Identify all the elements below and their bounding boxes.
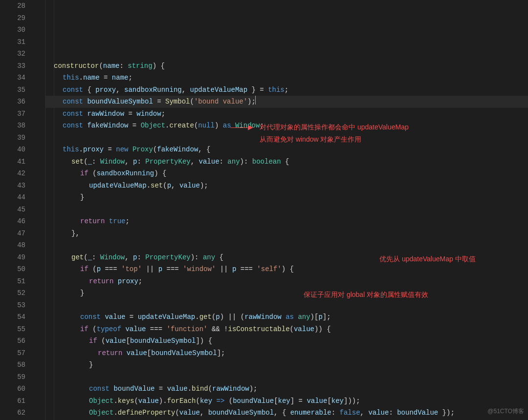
code-line[interactable]: }, <box>45 228 528 240</box>
line-number: 45 <box>0 204 25 216</box>
line-number: 48 <box>0 239 25 252</box>
line-number: 33 <box>0 60 25 72</box>
annotation-1-line2: 从而避免对 window 对象产生作用 <box>260 133 361 146</box>
code-line[interactable] <box>45 204 528 216</box>
code-line[interactable]: Object.defineProperty(value, boundValueS… <box>45 407 528 419</box>
code-line[interactable]: if (p === 'top' || p === 'window' || p =… <box>45 263 528 275</box>
code-line[interactable]: return true; <box>45 215 528 228</box>
line-number: 62 <box>0 407 25 419</box>
line-number: 41 <box>0 156 25 168</box>
line-number: 30 <box>0 24 25 36</box>
line-number: 39 <box>0 132 25 144</box>
line-number: 50 <box>0 263 25 275</box>
code-line[interactable]: const rawWindow = window; <box>45 108 528 120</box>
line-number: 60 <box>0 383 25 395</box>
line-number: 55 <box>0 323 25 336</box>
line-number: 46 <box>0 215 25 228</box>
line-number: 59 <box>0 371 25 383</box>
code-line[interactable]: } <box>45 287 528 299</box>
annotation-3: 保证子应用对 global 对象的属性赋值有效 <box>304 289 428 301</box>
code-line[interactable]: } <box>45 359 528 371</box>
code-line[interactable]: if (typeof value === 'function' && !isCo… <box>45 323 528 336</box>
line-number: 28 <box>0 0 25 12</box>
line-number: 31 <box>0 36 25 48</box>
line-number: 61 <box>0 395 25 407</box>
annotation-1-line1: 对代理对象的属性操作都会命中 updateValueMap <box>260 121 409 133</box>
line-number: 51 <box>0 275 25 288</box>
line-number: 43 <box>0 180 25 192</box>
line-number: 58 <box>0 359 25 371</box>
line-number: 36 <box>0 96 25 108</box>
code-line[interactable] <box>45 371 528 383</box>
line-number: 52 <box>0 287 25 299</box>
line-number: 53 <box>0 299 25 312</box>
line-number: 56 <box>0 335 25 347</box>
code-line[interactable]: const value = updateValueMap.get(p) || (… <box>45 311 528 323</box>
annotation-2: 优先从 updateValueMap 中取值 <box>379 253 476 265</box>
code-line[interactable]: const boundValueSymbol = Symbol('bound v… <box>45 96 528 108</box>
line-gutter: 2829303132333435363738394041424344454647… <box>0 0 33 420</box>
code-line[interactable]: return proxy; <box>45 275 528 288</box>
annotation-arrow-icon: ———▶ <box>230 121 252 133</box>
line-number: 38 <box>0 120 25 132</box>
line-number: 57 <box>0 347 25 359</box>
code-line[interactable]: return value[boundValueSymbol]; <box>45 347 528 359</box>
code-line[interactable]: if (value[boundValueSymbol]) { <box>45 335 528 347</box>
code-line[interactable]: this.proxy = new Proxy(fakeWindow, { <box>45 144 528 156</box>
code-line[interactable]: if (sandboxRunning) { <box>45 168 528 180</box>
line-number: 37 <box>0 108 25 120</box>
line-number: 35 <box>0 84 25 96</box>
fold-column <box>33 0 42 420</box>
code-editor[interactable]: 2829303132333435363738394041424344454647… <box>0 0 528 420</box>
line-number: 49 <box>0 252 25 264</box>
line-number: 40 <box>0 144 25 156</box>
code-line[interactable]: const { proxy, sandboxRunning, updateVal… <box>45 84 528 96</box>
line-number: 54 <box>0 311 25 323</box>
code-area[interactable]: constructor(name: string) {this.name = n… <box>42 0 528 420</box>
line-number: 42 <box>0 168 25 180</box>
code-line[interactable]: constructor(name: string) { <box>45 60 528 72</box>
code-line[interactable]: Object.keys(value).forEach(key => (bound… <box>45 395 528 407</box>
code-line[interactable]: updateValueMap.set(p, value); <box>45 180 528 192</box>
line-number: 47 <box>0 228 25 240</box>
code-line[interactable]: set(_: Window, p: PropertyKey, value: an… <box>45 156 528 168</box>
code-line[interactable]: this.name = name; <box>45 72 528 84</box>
code-line[interactable]: } <box>45 191 528 204</box>
line-number: 44 <box>0 191 25 204</box>
text-cursor <box>255 96 256 105</box>
code-line[interactable]: const boundValue = value.bind(rawWindow)… <box>45 383 528 395</box>
line-number: 29 <box>0 12 25 24</box>
line-number: 34 <box>0 72 25 84</box>
line-number: 32 <box>0 48 25 60</box>
watermark: @51CTO博客 <box>487 405 524 418</box>
code-line[interactable] <box>45 239 528 252</box>
code-line[interactable] <box>45 299 528 312</box>
